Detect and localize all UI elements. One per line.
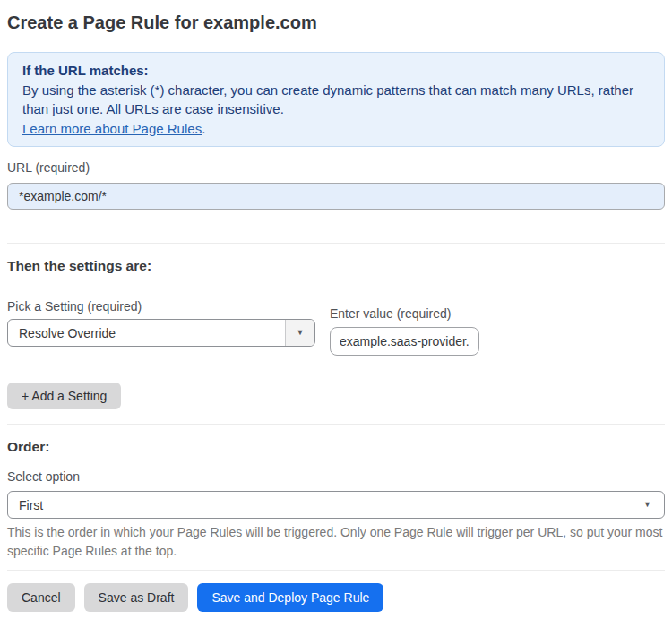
info-box-link-line: Learn more about Page Rules. (22, 119, 650, 139)
url-field-label: URL (required) (7, 159, 665, 176)
order-help-text: This is the order in which your Page Rul… (7, 523, 665, 561)
settings-row: Pick a Setting (required) Resolve Overri… (7, 275, 665, 356)
setting-select-value: Resolve Override (8, 320, 285, 346)
setting-select-arrow-button[interactable]: ▼ (285, 320, 314, 346)
section-divider (7, 424, 665, 425)
settings-section-heading: Then the settings are: (7, 257, 665, 275)
learn-more-link[interactable]: Learn more about Page Rules (22, 121, 202, 136)
pick-setting-column: Pick a Setting (required) Resolve Overri… (7, 275, 315, 347)
page-rule-form: Create a Page Rule for example.com If th… (0, 11, 672, 612)
enter-value-column: Enter value (required) (330, 275, 479, 356)
setting-select[interactable]: Resolve Override ▼ (7, 319, 315, 347)
chevron-down-icon: ▼ (297, 329, 305, 337)
info-box-heading: If the URL matches: (22, 61, 650, 81)
order-select[interactable]: First ▼ (7, 491, 665, 519)
footer-actions: Cancel Save as Draft Save and Deploy Pag… (7, 583, 665, 612)
chevron-down-icon: ▼ (643, 501, 651, 509)
url-match-info-box: If the URL matches: By using the asteris… (7, 52, 665, 147)
info-box-body: By using the asterisk (*) character, you… (22, 81, 650, 119)
cancel-button[interactable]: Cancel (7, 583, 75, 612)
section-divider (7, 243, 665, 244)
order-select-value: First (19, 498, 643, 512)
save-as-draft-button[interactable]: Save as Draft (84, 583, 189, 612)
order-section-heading: Order: (7, 438, 665, 456)
setting-value-input[interactable] (330, 327, 479, 356)
pick-setting-label: Pick a Setting (required) (7, 298, 315, 314)
add-setting-button[interactable]: + Add a Setting (7, 383, 121, 409)
order-select-label: Select option (7, 469, 665, 485)
enter-value-label: Enter value (required) (330, 305, 479, 322)
link-suffix: . (202, 121, 205, 136)
page-title: Create a Page Rule for example.com (7, 11, 665, 34)
footer-divider (7, 570, 665, 571)
save-and-deploy-button[interactable]: Save and Deploy Page Rule (197, 583, 383, 612)
url-input[interactable] (7, 183, 665, 210)
